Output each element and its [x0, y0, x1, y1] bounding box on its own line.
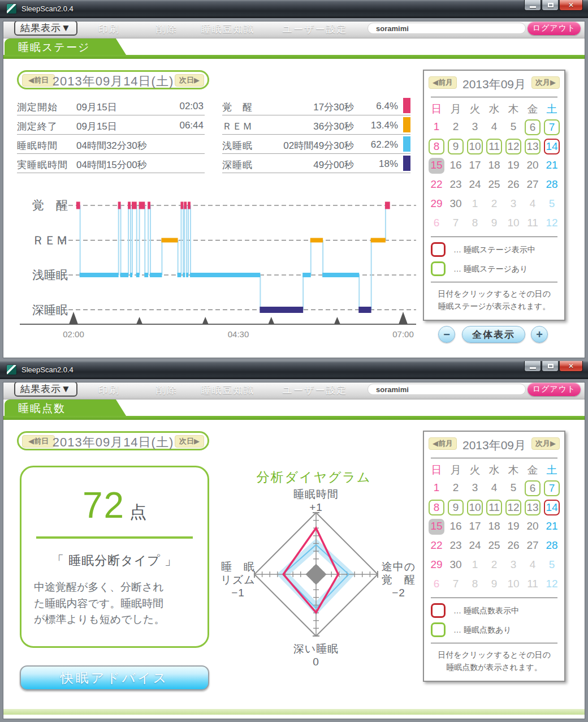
menu-item-delete[interactable]: 削除: [156, 23, 178, 36]
next-month-button[interactable]: 次月▶: [531, 437, 560, 450]
calendar-day-18[interactable]: 18: [485, 156, 504, 175]
calendar-day-10[interactable]: 10: [465, 498, 485, 517]
calendar-day-4[interactable]: 4: [523, 195, 542, 214]
calendar-day-1[interactable]: 1: [427, 479, 446, 498]
calendar-day-1[interactable]: 1: [465, 195, 485, 214]
minimize-button[interactable]: [524, 361, 541, 372]
logout-button[interactable]: ログアウト: [528, 22, 581, 35]
calendar-day-5[interactable]: 5: [542, 556, 561, 575]
calendar-day-19[interactable]: 19: [504, 156, 523, 175]
calendar-day-17[interactable]: 17: [465, 517, 485, 536]
calendar-day-9[interactable]: 9: [485, 575, 504, 594]
calendar-day-12[interactable]: 12: [542, 214, 561, 233]
calendar-day-11[interactable]: 11: [523, 214, 542, 233]
fit-view-button[interactable]: 全体表示: [462, 326, 525, 343]
results-display-dropdown[interactable]: 結果表示▼: [14, 20, 77, 36]
close-button[interactable]: ✕: [559, 0, 583, 11]
title-bar[interactable]: SleepScan2.0.4 ✕: [0, 361, 588, 379]
tab-sleep-score[interactable]: 睡眠点数: [5, 399, 105, 416]
calendar-day-29[interactable]: 29: [427, 195, 446, 214]
calendar-day-17[interactable]: 17: [465, 156, 485, 175]
calendar-day-12[interactable]: 12: [504, 498, 523, 517]
calendar-day-22[interactable]: 22: [427, 175, 446, 195]
maximize-button[interactable]: [542, 361, 559, 372]
calendar-day-30[interactable]: 30: [446, 556, 465, 575]
calendar-day-8[interactable]: 8: [465, 214, 485, 233]
calendar-day-8[interactable]: 8: [427, 498, 446, 517]
calendar-day-21[interactable]: 21: [542, 156, 561, 175]
calendar-day-3[interactable]: 3: [504, 195, 523, 214]
calendar-day-21[interactable]: 21: [542, 517, 561, 536]
calendar-day-20[interactable]: 20: [523, 156, 542, 175]
calendar-day-1[interactable]: 1: [465, 556, 485, 575]
minimize-button[interactable]: [524, 0, 541, 11]
next-day-button[interactable]: 次日▶: [175, 435, 204, 448]
results-display-dropdown[interactable]: 結果表示▼: [14, 381, 77, 397]
username-field[interactable]: soramimi: [368, 384, 526, 395]
calendar-day-20[interactable]: 20: [523, 517, 542, 536]
calendar-day-11[interactable]: 11: [485, 498, 504, 517]
next-month-button[interactable]: 次月▶: [531, 76, 560, 89]
calendar-day-4[interactable]: 4: [485, 118, 504, 137]
calendar-day-3[interactable]: 3: [465, 118, 485, 137]
close-button[interactable]: ✕: [559, 361, 583, 372]
calendar-day-13[interactable]: 13: [523, 498, 542, 517]
calendar-day-12[interactable]: 12: [504, 137, 523, 156]
calendar-day-2[interactable]: 2: [485, 195, 504, 214]
calendar-day-27[interactable]: 27: [523, 536, 542, 556]
zoom-in-button[interactable]: +: [531, 326, 548, 343]
calendar-day-9[interactable]: 9: [485, 214, 504, 233]
calendar-day-29[interactable]: 29: [427, 556, 446, 575]
calendar-day-14[interactable]: 14: [542, 498, 561, 517]
calendar-day-24[interactable]: 24: [465, 536, 485, 556]
calendar-day-8[interactable]: 8: [427, 137, 446, 156]
calendar-day-6[interactable]: 6: [523, 479, 542, 498]
calendar-day-28[interactable]: 28: [542, 175, 561, 195]
calendar-day-7[interactable]: 7: [446, 575, 465, 594]
calendar-day-6[interactable]: 6: [427, 575, 446, 594]
calendar-day-6[interactable]: 6: [523, 118, 542, 137]
calendar-day-10[interactable]: 10: [465, 137, 485, 156]
calendar-day-16[interactable]: 16: [446, 156, 465, 175]
calendar-day-9[interactable]: 9: [446, 137, 465, 156]
calendar-day-7[interactable]: 7: [446, 214, 465, 233]
calendar-day-6[interactable]: 6: [427, 214, 446, 233]
calendar-day-30[interactable]: 30: [446, 195, 465, 214]
calendar-day-22[interactable]: 22: [427, 536, 446, 556]
calendar-day-14[interactable]: 14: [542, 137, 561, 156]
calendar-day-25[interactable]: 25: [485, 175, 504, 195]
calendar-day-5[interactable]: 5: [504, 118, 523, 137]
username-field[interactable]: soramimi: [368, 23, 526, 34]
menu-item-print[interactable]: 印刷: [98, 384, 120, 397]
maximize-button[interactable]: [542, 0, 559, 11]
calendar-day-10[interactable]: 10: [504, 214, 523, 233]
calendar-day-3[interactable]: 3: [465, 479, 485, 498]
calendar-day-11[interactable]: 11: [523, 575, 542, 594]
calendar-day-10[interactable]: 10: [504, 575, 523, 594]
calendar-day-4[interactable]: 4: [523, 556, 542, 575]
next-day-button[interactable]: 次日▶: [175, 74, 204, 87]
calendar-day-1[interactable]: 1: [427, 118, 446, 137]
calendar-day-15[interactable]: 15: [427, 156, 446, 175]
calendar-day-9[interactable]: 9: [446, 498, 465, 517]
calendar-day-2[interactable]: 2: [446, 479, 465, 498]
calendar-day-25[interactable]: 25: [485, 536, 504, 556]
calendar-day-4[interactable]: 4: [485, 479, 504, 498]
calendar-day-3[interactable]: 3: [504, 556, 523, 575]
calendar-day-11[interactable]: 11: [485, 137, 504, 156]
menu-item-sleep-tips[interactable]: 睡眠豆知識: [201, 23, 255, 36]
calendar-day-13[interactable]: 13: [523, 137, 542, 156]
calendar-day-7[interactable]: 7: [542, 118, 561, 137]
calendar-day-8[interactable]: 8: [465, 575, 485, 594]
menu-item-user-settings[interactable]: ユーザー設定: [283, 23, 348, 36]
calendar-day-26[interactable]: 26: [504, 175, 523, 195]
sleep-advice-button[interactable]: 快眠アドバイス: [20, 665, 209, 690]
tab-sleep-stage[interactable]: 睡眠ステージ: [5, 38, 105, 55]
calendar-day-19[interactable]: 19: [504, 517, 523, 536]
calendar-day-2[interactable]: 2: [446, 118, 465, 137]
calendar-day-15[interactable]: 15: [427, 517, 446, 536]
calendar-day-18[interactable]: 18: [485, 517, 504, 536]
calendar-day-24[interactable]: 24: [465, 175, 485, 195]
menu-item-print[interactable]: 印刷: [98, 23, 120, 36]
zoom-out-button[interactable]: −: [438, 326, 455, 343]
